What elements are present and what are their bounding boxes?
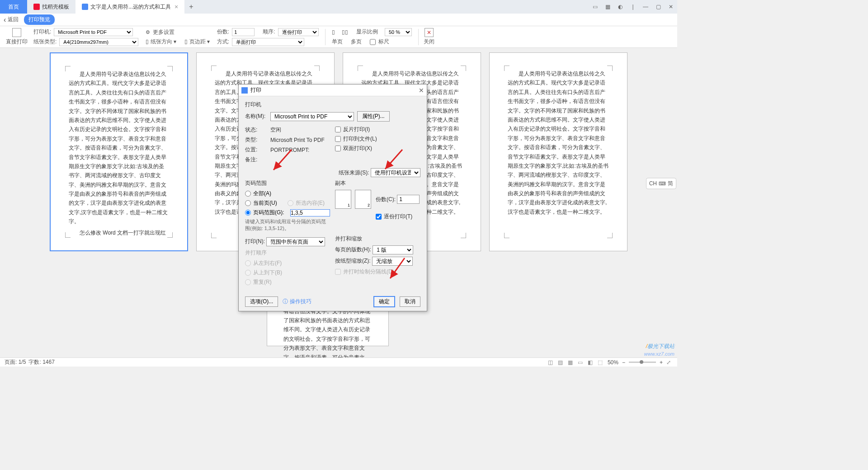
preview-page-1[interactable]: 是人类用符号记录表达信息以传之久远的方式和工具。现代文字大多是记录语言的工具。人… [50, 52, 188, 251]
close-preview-button[interactable]: ✕关闭 [424, 28, 434, 46]
order-section-label: 并打顺序 [245, 249, 330, 257]
direct-print-button[interactable]: 直接打印 [6, 28, 28, 46]
print-dialog: 打印✕ 打印机 名称(M):Microsoft Print to PDF 属性(… [238, 84, 427, 311]
options-button[interactable]: 选项(O)... [245, 296, 278, 307]
range-section-label: 页码范围 [245, 179, 330, 187]
print-preview-pill[interactable]: 打印预览 [24, 14, 55, 25]
single-page-button[interactable]: ▯ [332, 29, 335, 35]
single-page-label: 单页 [332, 38, 343, 46]
jiguang-logo: /极光下载站 [646, 342, 675, 350]
paper-select[interactable]: A4(210mmx297mm) [59, 38, 138, 46]
type-value: Microsoft Print To PDF [270, 137, 325, 143]
reverse-print-checkbox[interactable] [335, 127, 341, 132]
scale-label: 按纸型缩放(Z): [335, 257, 371, 265]
margin-button[interactable]: ▯ 页边距 ▾ [184, 38, 210, 46]
close-x-icon: ✕ [425, 28, 434, 37]
tab-home[interactable]: 首页 [0, 0, 27, 14]
zoom-select[interactable]: 50 % [385, 28, 412, 36]
copies-label: 份数: [217, 28, 229, 36]
watermark: www.xz7.com [644, 351, 675, 357]
repeat-radio [245, 279, 251, 285]
dlg-copies-input[interactable] [397, 195, 420, 204]
win-grid-icon[interactable]: ▦ [601, 0, 614, 14]
tab-new[interactable]: + [184, 0, 198, 14]
state-value: 空闲 [270, 126, 281, 134]
sb-icon-6[interactable]: ⬚ [598, 359, 604, 366]
scale-select[interactable]: 无缩放 [372, 257, 413, 266]
ltr-radio [245, 260, 251, 266]
more-settings-button[interactable]: ⚙ 更多设置 [146, 28, 210, 36]
collate-checkbox[interactable] [376, 214, 382, 220]
ruler-checkbox[interactable] [370, 38, 376, 46]
ime-badge[interactable]: CH ⌨ 简 [646, 178, 676, 189]
ok-button[interactable]: 确定 [373, 296, 395, 307]
sb-icon-3[interactable]: ▦ [568, 359, 574, 366]
dialog-titlebar[interactable]: 打印✕ [239, 85, 427, 96]
copies-section-label: 副本 [335, 179, 420, 187]
sb-icon-4[interactable]: ▭ [578, 359, 584, 366]
range-current-radio[interactable] [245, 200, 251, 206]
status-bar: 页面: 1/5 字数: 1467 ◫ ▤ ▦ ▭ ◧ ⬚ 50% − + ⤢ [0, 357, 677, 367]
sb-icon-2[interactable]: ▤ [558, 359, 564, 366]
sb-icon-5[interactable]: ◧ [588, 359, 594, 366]
sb-icon-1[interactable]: ◫ [548, 359, 554, 366]
tab-daoketemplate[interactable]: 找稻壳模板 [27, 0, 75, 14]
minimize-button[interactable]: — [639, 0, 652, 14]
tips-link[interactable]: ⓘ 操作技巧 [283, 298, 311, 306]
type-label: 类型: [245, 136, 270, 144]
ppsheet-select[interactable]: 1 版 [373, 245, 413, 254]
win-user-icon[interactable]: ◐ [614, 0, 627, 14]
sb-icon-7[interactable]: ⤢ [666, 359, 673, 366]
close-icon[interactable]: × [175, 3, 178, 10]
scale-section-label: 并打和缩放 [335, 235, 420, 243]
loc-value: PORTPROMPT: [270, 147, 309, 153]
collate-icon-1: 1 [335, 190, 351, 209]
note-label: 备注: [245, 156, 270, 164]
duplex-checkbox[interactable] [335, 146, 341, 151]
page-range-input[interactable] [290, 209, 330, 216]
cancel-button[interactable]: 取消 [400, 296, 420, 307]
win-divider: | [627, 0, 639, 14]
preview-page-4[interactable]: 是人类用符号记录表达信息以传之久远的方式和工具。现代文字大多是记录语言的工具。人… [489, 52, 627, 251]
collate-icon-2: 2 [355, 190, 371, 209]
ppsheet-label: 每页的版数(H): [335, 246, 371, 254]
daoke-icon [33, 4, 40, 10]
order-select[interactable]: 逐份打印 [278, 28, 319, 36]
mode-label: 方式: [217, 38, 229, 46]
printer-icon [12, 28, 21, 37]
close-button[interactable]: ✕ [665, 0, 677, 14]
sep-line-checkbox [335, 269, 341, 275]
orientation-button[interactable]: ▯ 纸张方向 ▾ [146, 38, 176, 46]
ribbon: 直接打印 打印机:Microsoft Print to PDF 纸张类型:A4(… [0, 26, 677, 48]
mode-select[interactable]: 单面打印 [232, 38, 304, 46]
zoom-slider[interactable] [629, 362, 656, 363]
range-pages-radio[interactable] [245, 210, 251, 216]
word-count: 字数: 1467 [28, 358, 54, 366]
dlg-printer-select[interactable]: Microsoft Print to PDF [270, 112, 354, 121]
doc-icon [82, 4, 88, 10]
paper-source-select[interactable]: 使用打印机设置 [371, 168, 420, 177]
copies-input[interactable] [232, 28, 255, 36]
print-what-select[interactable]: 范围中所有页面 [266, 237, 325, 246]
printer-select[interactable]: Microsoft Print to PDF [54, 28, 133, 36]
dialog-close-button[interactable]: ✕ [419, 87, 424, 94]
print-to-file-checkbox[interactable] [335, 136, 341, 142]
properties-button[interactable]: 属性(P)... [357, 111, 390, 122]
multi-page-button[interactable]: ▯▯ [342, 29, 348, 35]
win-layout-icon[interactable]: ▭ [589, 0, 601, 14]
dlg-copies-label: 份数(C): [376, 196, 396, 203]
back-button[interactable]: 返回 [4, 16, 19, 24]
toolbar: 返回 打印预览 [0, 14, 677, 26]
page-indicator: 页面: 1/5 [5, 358, 26, 366]
window-controls: ▭ ▦ ◐ | — ▢ ✕ [589, 0, 677, 14]
zoom-in-button[interactable]: + [660, 359, 663, 366]
ratio-label: 显示比例 [356, 28, 378, 36]
range-selected-radio [288, 200, 293, 206]
maximize-button[interactable]: ▢ [652, 0, 665, 14]
zoom-out-button[interactable]: − [622, 359, 625, 366]
tab-document[interactable]: 文字是人类用符...远的方式和工具× [75, 0, 184, 14]
range-all-radio[interactable] [245, 191, 251, 197]
wps-icon [241, 87, 248, 94]
multi-page-label: 多页 [351, 38, 362, 46]
ttb-radio [245, 270, 251, 276]
